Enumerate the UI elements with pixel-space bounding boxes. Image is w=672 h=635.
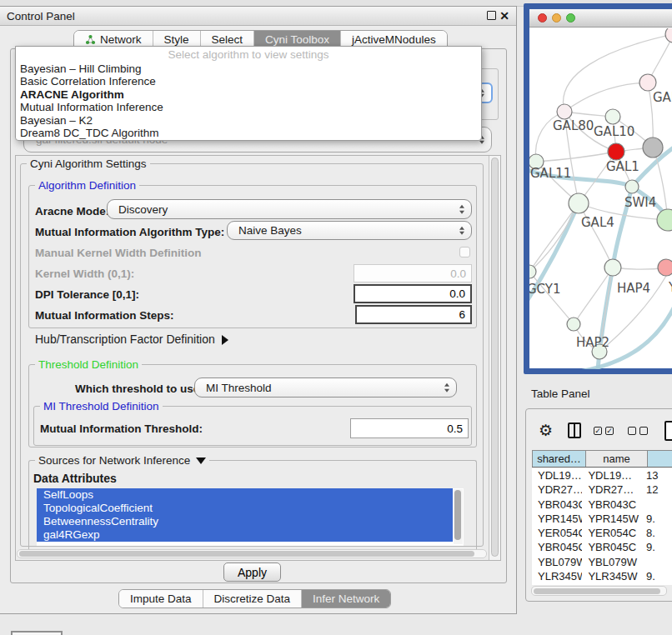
table-row[interactable]: YPR145WYPR145W9.	[532, 512, 672, 526]
network-node-top-right[interactable]	[665, 28, 672, 42]
network-node-label-y: Y	[668, 280, 672, 295]
manual-kernel-width-checkbox[interactable]	[459, 247, 470, 258]
table-row[interactable]: YBL079WYBL079W	[532, 555, 672, 569]
table-row[interactable]: YDL19…YDL19…13	[532, 468, 672, 482]
deselect-all-checkbox-icon[interactable]	[639, 427, 648, 435]
algorithm-option-mutual-information-inference[interactable]: Mutual Information Inference	[16, 101, 481, 113]
scrollbar-thumb[interactable]	[454, 490, 461, 540]
table-row[interactable]: YBR043CYBR043C	[532, 498, 672, 512]
network-window-titlebar[interactable]	[529, 9, 672, 28]
list-vertical-scrollbar[interactable]	[454, 489, 463, 544]
table-header-name[interactable]: name	[585, 451, 647, 467]
table-cell: YER054C	[582, 526, 640, 540]
network-node-gal4[interactable]	[569, 193, 589, 213]
mi-algorithm-type-value: Naive Bayes	[238, 224, 302, 237]
algorithm-option-bayesian-hill-climbing[interactable]: Bayesian – Hill Climbing	[16, 62, 481, 75]
mi-steps-input[interactable]	[355, 305, 472, 324]
desktop: { "window": { "title": "Control Panel" }…	[0, 0, 672, 635]
network-node-label-gal11: GAL11	[530, 166, 571, 181]
data-attributes-list[interactable]: SelfLoopsTopologicalCoefficientBetweenne…	[37, 488, 464, 546]
scrollbar-thumb[interactable]	[534, 588, 660, 594]
data-attribute-item-topologicalcoefficient[interactable]: TopologicalCoefficient	[37, 502, 453, 515]
network-view-window[interactable]: GALGAL80GAL10GAL1GAL11SWI4GAL4GCY1HAP4YH…	[524, 3, 672, 374]
network-node-gal80[interactable]	[557, 104, 572, 119]
threshold-definition-title: Threshold Definition	[35, 358, 142, 371]
scrollbar-thumb[interactable]	[491, 158, 499, 557]
algorithm-option-aracne-algorithm[interactable]: ARACNE Algorithm	[16, 88, 481, 101]
table-row[interactable]: YER054CYER054C8.	[532, 526, 672, 540]
table-horizontal-scrollbar[interactable]	[531, 586, 667, 596]
deselect-all-checkbox-icon[interactable]	[628, 427, 636, 435]
network-node-hap4[interactable]	[604, 259, 621, 276]
table-cell: YER054C	[532, 526, 582, 540]
table-header-row: shared…name	[532, 450, 672, 468]
hub-definition-expander[interactable]: Hub/Transcription Factor Definition	[35, 332, 228, 346]
network-node-label-gal1: GAL1	[606, 159, 639, 174]
tab-label: Infer Network	[313, 592, 379, 605]
control-panel-titlebar[interactable]: Control Panel ✕	[0, 7, 516, 26]
network-node-pink-right[interactable]	[658, 259, 672, 276]
network-node-gray[interactable]	[643, 138, 663, 158]
apply-button[interactable]: Apply	[223, 562, 281, 582]
algorithm-option-dream8-dc-tdc-algorithm[interactable]: Dream8 DC_TDC Algorithm	[16, 127, 481, 139]
minimize-traffic-light[interactable]	[552, 13, 561, 22]
network-node-pink-top[interactable]	[639, 74, 656, 91]
scrollbar-thumb[interactable]	[19, 551, 474, 557]
mi-algorithm-type-combobox[interactable]: Naive Bayes	[227, 221, 472, 240]
manual-kernel-width-label: Manual Kernel Width Definition	[35, 247, 201, 259]
stepper-arrows-icon	[459, 226, 464, 235]
table-cell: YBR045C	[582, 540, 640, 554]
network-edge	[579, 299, 672, 369]
dpi-tolerance-input[interactable]	[354, 284, 472, 303]
select-all-checkbox-icon[interactable]: ✓	[605, 427, 614, 435]
table-row[interactable]: YIL052CYIL052C9.	[532, 583, 672, 585]
which-threshold-label: Which threshold to use:	[75, 382, 203, 395]
data-attribute-item-betweennesscentrality[interactable]: BetweennessCentrality	[37, 515, 453, 528]
which-threshold-combobox[interactable]: MI Threshold	[194, 378, 457, 398]
gear-icon[interactable]: ⚙	[539, 422, 553, 438]
network-edge	[564, 82, 648, 112]
table-row[interactable]: YDR27…YDR27…12	[532, 482, 672, 497]
network-canvas[interactable]: GALGAL80GAL10GAL1GAL11SWI4GAL4GCY1HAP4YH…	[529, 28, 672, 369]
cyni-algorithm-settings-title: Cyni Algorithm Settings	[27, 158, 150, 170]
algorithm-option-basic-correlation-inference[interactable]: Basic Correlation Inference	[16, 75, 481, 88]
algorithm-definition-title: Algorithm Definition	[35, 179, 139, 192]
table-cell: YDL19…	[532, 468, 582, 482]
settings-vertical-scrollbar[interactable]	[489, 156, 500, 560]
network-node-green-right[interactable]	[657, 209, 672, 231]
dpi-tolerance-label: DPI Tolerance [0,1]:	[35, 288, 139, 301]
tab-bottom-impute-data[interactable]: Impute Data	[119, 590, 203, 608]
tab-label: jActiveMNodules	[352, 33, 436, 46]
settings-horizontal-scrollbar[interactable]	[17, 549, 487, 558]
tab-bottom-discretize-data[interactable]: Discretize Data	[203, 590, 302, 608]
table-row[interactable]: YLR345WYLR345W9.	[532, 569, 672, 583]
network-node-hap2[interactable]	[567, 318, 580, 331]
close-icon[interactable]: ✕	[499, 11, 509, 21]
float-window-icon[interactable]	[487, 11, 496, 20]
select-all-checkbox-icon[interactable]: ✓	[594, 427, 602, 435]
close-traffic-light[interactable]	[538, 13, 547, 22]
table-cell: YLR345W	[532, 569, 582, 583]
table-cell: YDR27…	[582, 482, 640, 497]
data-attribute-item-selfloops[interactable]: SelfLoops	[37, 488, 453, 502]
table-cell: YBL079W	[582, 555, 640, 569]
stepper-arrows-icon	[459, 205, 464, 214]
export-table-icon[interactable]	[664, 421, 672, 441]
mi-threshold-input[interactable]	[350, 418, 469, 438]
data-attribute-item-gal4rgexp[interactable]: gal4RGexp	[37, 528, 453, 542]
kernel-width-input[interactable]	[354, 264, 472, 282]
network-node-label-hap2: HAP2	[576, 335, 609, 350]
column-layout-icon[interactable]	[568, 422, 581, 438]
aracne-mode-combobox[interactable]: Discovery	[107, 199, 472, 219]
table-header-shared[interactable]: shared…	[532, 451, 585, 467]
table-cell: YDR27…	[532, 482, 582, 497]
network-node-label-hap4: HAP4	[617, 281, 650, 296]
tab-bottom-infer-network[interactable]: Infer Network	[301, 590, 390, 608]
network-node-swi4[interactable]	[625, 180, 639, 193]
zoom-traffic-light[interactable]	[566, 13, 575, 22]
network-node-gal1[interactable]	[608, 143, 624, 160]
table-row[interactable]: YBR045CYBR045C9.	[532, 540, 672, 554]
network-node-gal10[interactable]	[605, 109, 620, 124]
algorithm-option-bayesian-k2[interactable]: Bayesian – K2	[16, 114, 481, 127]
table-header-col-2[interactable]	[647, 451, 672, 467]
